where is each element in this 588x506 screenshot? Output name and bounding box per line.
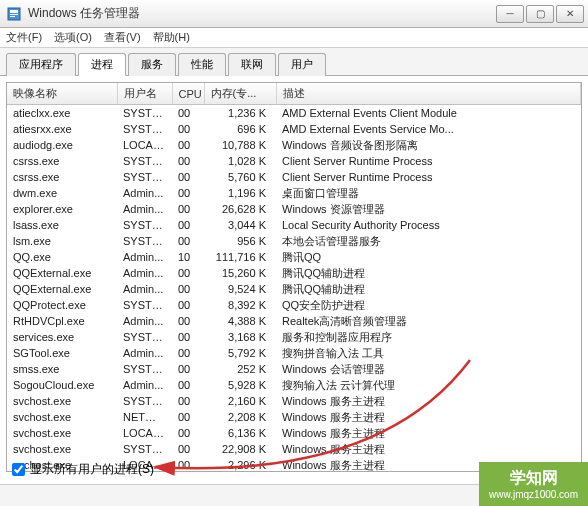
tab-applications[interactable]: 应用程序 bbox=[6, 53, 76, 76]
cell-cpu: 00 bbox=[172, 457, 204, 472]
cell-desc: Windows 服务主进程 bbox=[276, 441, 581, 457]
cell-cpu: 00 bbox=[172, 265, 204, 281]
tab-services[interactable]: 服务 bbox=[128, 53, 176, 76]
table-row[interactable]: QQExternal.exeAdmin...009,524 K腾讯QQ辅助进程 bbox=[7, 281, 581, 297]
app-icon bbox=[6, 6, 22, 22]
window-controls: ─ ▢ ✕ bbox=[494, 5, 584, 23]
tab-networking[interactable]: 联网 bbox=[228, 53, 276, 76]
bottom-bar: 显示所有用户的进程(S) bbox=[12, 461, 154, 478]
col-header-desc[interactable]: 描述 bbox=[276, 83, 581, 105]
menu-view[interactable]: 查看(V) bbox=[104, 30, 141, 45]
table-row[interactable]: atieclxx.exeSYSTEM001,236 KAMD External … bbox=[7, 105, 581, 122]
cell-desc: Client Server Runtime Process bbox=[276, 169, 581, 185]
cell-mem: 3,044 K bbox=[204, 217, 276, 233]
show-all-users-label: 显示所有用户的进程(S) bbox=[30, 461, 154, 478]
table-header-row: 映像名称 用户名 CPU 内存(专... 描述 bbox=[7, 83, 581, 105]
cell-mem: 1,196 K bbox=[204, 185, 276, 201]
cell-user: LOCAL... bbox=[117, 425, 172, 441]
tab-performance[interactable]: 性能 bbox=[178, 53, 226, 76]
cell-mem: 252 K bbox=[204, 361, 276, 377]
cell-name: svchost.exe bbox=[7, 393, 117, 409]
cell-desc: Realtek高清晰音频管理器 bbox=[276, 313, 581, 329]
cell-cpu: 00 bbox=[172, 441, 204, 457]
maximize-button[interactable]: ▢ bbox=[526, 5, 554, 23]
table-row[interactable]: SGTool.exeAdmin...005,792 K搜狗拼音输入法 工具 bbox=[7, 345, 581, 361]
cell-cpu: 00 bbox=[172, 169, 204, 185]
table-row[interactable]: atiesrxx.exeSYSTEM00696 KAMD External Ev… bbox=[7, 121, 581, 137]
table-row[interactable]: dwm.exeAdmin...001,196 K桌面窗口管理器 bbox=[7, 185, 581, 201]
show-all-users-checkbox[interactable] bbox=[12, 463, 25, 476]
cell-name: services.exe bbox=[7, 329, 117, 345]
cell-name: atiesrxx.exe bbox=[7, 121, 117, 137]
col-header-cpu[interactable]: CPU bbox=[172, 83, 204, 105]
table-row[interactable]: explorer.exeAdmin...0026,628 KWindows 资源… bbox=[7, 201, 581, 217]
cell-name: lsass.exe bbox=[7, 217, 117, 233]
cell-mem: 4,388 K bbox=[204, 313, 276, 329]
cell-cpu: 00 bbox=[172, 217, 204, 233]
cell-cpu: 00 bbox=[172, 377, 204, 393]
cell-desc: 搜狗拼音输入法 工具 bbox=[276, 345, 581, 361]
tab-strip: 应用程序 进程 服务 性能 联网 用户 bbox=[0, 48, 588, 76]
cell-user: Admin... bbox=[117, 313, 172, 329]
table-row[interactable]: csrss.exeSYSTEM001,028 KClient Server Ru… bbox=[7, 153, 581, 169]
table-row[interactable]: smss.exeSYSTEM00252 KWindows 会话管理器 bbox=[7, 361, 581, 377]
cell-mem: 9,524 K bbox=[204, 281, 276, 297]
cell-desc: Client Server Runtime Process bbox=[276, 153, 581, 169]
cell-user: Admin... bbox=[117, 281, 172, 297]
col-header-mem[interactable]: 内存(专... bbox=[204, 83, 276, 105]
table-row[interactable]: SogouCloud.exeAdmin...005,928 K搜狗输入法 云计算… bbox=[7, 377, 581, 393]
cell-desc: Windows 音频设备图形隔离 bbox=[276, 137, 581, 153]
cell-user: SYSTEM bbox=[117, 169, 172, 185]
cell-name: svchost.exe bbox=[7, 409, 117, 425]
cell-desc: AMD External Events Client Module bbox=[276, 105, 581, 122]
table-row[interactable]: svchost.exeSYSTEM0022,908 KWindows 服务主进程 bbox=[7, 441, 581, 457]
table-row[interactable]: svchost.exeSYSTEM002,160 KWindows 服务主进程 bbox=[7, 393, 581, 409]
table-row[interactable]: QQ.exeAdmin...10111,716 K腾讯QQ bbox=[7, 249, 581, 265]
table-row[interactable]: lsass.exeSYSTEM003,044 KLocal Security A… bbox=[7, 217, 581, 233]
watermark: 学知网 www.jmqz1000.com bbox=[479, 462, 588, 506]
col-header-user[interactable]: 用户名 bbox=[117, 83, 172, 105]
cell-desc: AMD External Events Service Mo... bbox=[276, 121, 581, 137]
tab-users[interactable]: 用户 bbox=[278, 53, 326, 76]
cell-name: csrss.exe bbox=[7, 153, 117, 169]
cell-cpu: 00 bbox=[172, 329, 204, 345]
minimize-button[interactable]: ─ bbox=[496, 5, 524, 23]
table-row[interactable]: svchost.exeLOCAL...006,136 KWindows 服务主进… bbox=[7, 425, 581, 441]
cell-mem: 8,392 K bbox=[204, 297, 276, 313]
cell-user: Admin... bbox=[117, 377, 172, 393]
cell-user: SYSTEM bbox=[117, 153, 172, 169]
table-row[interactable]: svchost.exeNETWO...002,208 KWindows 服务主进… bbox=[7, 409, 581, 425]
table-row[interactable]: QQExternal.exeAdmin...0015,260 K腾讯QQ辅助进程 bbox=[7, 265, 581, 281]
cell-mem: 22,908 K bbox=[204, 441, 276, 457]
col-header-name[interactable]: 映像名称 bbox=[7, 83, 117, 105]
table-row[interactable]: csrss.exeSYSTEM005,760 KClient Server Ru… bbox=[7, 169, 581, 185]
cell-mem: 111,716 K bbox=[204, 249, 276, 265]
cell-desc: 腾讯QQ辅助进程 bbox=[276, 281, 581, 297]
table-row[interactable]: RtHDVCpl.exeAdmin...004,388 KRealtek高清晰音… bbox=[7, 313, 581, 329]
cell-mem: 10,788 K bbox=[204, 137, 276, 153]
cell-cpu: 00 bbox=[172, 105, 204, 122]
menu-options[interactable]: 选项(O) bbox=[54, 30, 92, 45]
cell-desc: 服务和控制器应用程序 bbox=[276, 329, 581, 345]
cell-mem: 6,136 K bbox=[204, 425, 276, 441]
cell-user: SYSTEM bbox=[117, 105, 172, 122]
cell-user: SYSTEM bbox=[117, 441, 172, 457]
menu-file[interactable]: 文件(F) bbox=[6, 30, 42, 45]
cell-cpu: 00 bbox=[172, 345, 204, 361]
table-row[interactable]: lsm.exeSYSTEM00956 K本地会话管理器服务 bbox=[7, 233, 581, 249]
watermark-url: www.jmqz1000.com bbox=[489, 489, 578, 500]
cell-desc: 本地会话管理器服务 bbox=[276, 233, 581, 249]
cell-cpu: 00 bbox=[172, 121, 204, 137]
table-row[interactable]: services.exeSYSTEM003,168 K服务和控制器应用程序 bbox=[7, 329, 581, 345]
close-button[interactable]: ✕ bbox=[556, 5, 584, 23]
cell-desc: 搜狗输入法 云计算代理 bbox=[276, 377, 581, 393]
menu-help[interactable]: 帮助(H) bbox=[153, 30, 190, 45]
cell-mem: 2,296 K bbox=[204, 457, 276, 472]
tab-processes[interactable]: 进程 bbox=[78, 53, 126, 76]
titlebar: Windows 任务管理器 ─ ▢ ✕ bbox=[0, 0, 588, 28]
table-row[interactable]: audiodg.exeLOCAL...0010,788 KWindows 音频设… bbox=[7, 137, 581, 153]
process-table[interactable]: 映像名称 用户名 CPU 内存(专... 描述 atieclxx.exeSYST… bbox=[6, 82, 582, 472]
cell-cpu: 00 bbox=[172, 425, 204, 441]
table-row[interactable]: QQProtect.exeSYSTEM008,392 KQQ安全防护进程 bbox=[7, 297, 581, 313]
cell-name: QQProtect.exe bbox=[7, 297, 117, 313]
